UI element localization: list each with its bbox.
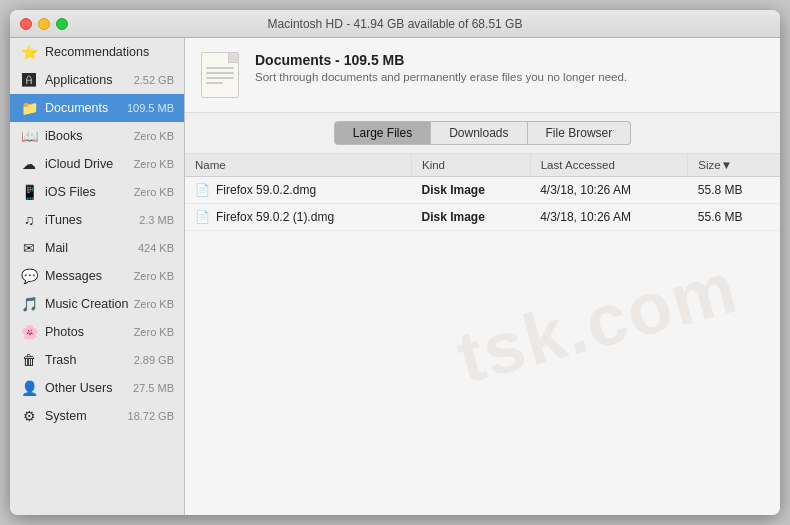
- sidebar-item-left: 👤 Other Users: [20, 379, 112, 397]
- sidebar-item-label: Music Creation: [45, 297, 128, 311]
- maximize-button[interactable]: [56, 18, 68, 30]
- file-table: NameKindLast AccessedSize▼ 📄Firefox 59.0…: [185, 154, 780, 515]
- file-size: 55.6 MB: [688, 204, 780, 231]
- sidebar-item-size: Zero KB: [134, 130, 174, 142]
- minimize-button[interactable]: [38, 18, 50, 30]
- content-header: Documents - 109.5 MB Sort through docume…: [185, 38, 780, 113]
- sidebar-item-size: 27.5 MB: [133, 382, 174, 394]
- tab-largefiles[interactable]: Large Files: [334, 121, 431, 145]
- file-size: 55.8 MB: [688, 177, 780, 204]
- file-icon: 📄: [195, 183, 210, 197]
- main-window: Macintosh HD - 41.94 GB available of 68.…: [10, 10, 780, 515]
- sidebar-item-size: 2.89 GB: [134, 354, 174, 366]
- close-button[interactable]: [20, 18, 32, 30]
- section-title: Documents - 109.5 MB: [255, 52, 627, 68]
- sidebar-item-size: Zero KB: [134, 270, 174, 282]
- sidebar-item-size: 2.3 MB: [139, 214, 174, 226]
- sidebar-item-mail[interactable]: ✉ Mail 424 KB: [10, 234, 184, 262]
- messages-icon: 💬: [20, 267, 38, 285]
- sidebar-item-iosfiles[interactable]: 📱 iOS Files Zero KB: [10, 178, 184, 206]
- sidebar-item-trash[interactable]: 🗑 Trash 2.89 GB: [10, 346, 184, 374]
- file-kind: Disk Image: [411, 177, 530, 204]
- content-area: Documents - 109.5 MB Sort through docume…: [185, 38, 780, 515]
- main-content: ⭐ Recommendations 🅰 Applications 2.52 GB…: [10, 38, 780, 515]
- sidebar-item-left: ☁ iCloud Drive: [20, 155, 113, 173]
- sidebar-item-label: iTunes: [45, 213, 82, 227]
- file-kind: Disk Image: [411, 204, 530, 231]
- sidebar-item-left: 🌸 Photos: [20, 323, 84, 341]
- documents-icon: 📁: [20, 99, 38, 117]
- sidebar-item-label: Recommendations: [45, 45, 149, 59]
- sidebar-item-size: 424 KB: [138, 242, 174, 254]
- file-name: Firefox 59.0.2.dmg: [216, 183, 316, 197]
- sidebar-item-messages[interactable]: 💬 Messages Zero KB: [10, 262, 184, 290]
- applications-icon: 🅰: [20, 71, 38, 89]
- sidebar-item-system[interactable]: ⚙ System 18.72 GB: [10, 402, 184, 430]
- sidebar-item-label: Mail: [45, 241, 68, 255]
- sidebar-item-left: 🎵 Music Creation: [20, 295, 128, 313]
- file-last-accessed: 4/3/18, 10:26 AM: [530, 177, 688, 204]
- icloudrive-icon: ☁: [20, 155, 38, 173]
- table-header-name[interactable]: Name: [185, 154, 411, 177]
- sidebar-item-icloudrive[interactable]: ☁ iCloud Drive Zero KB: [10, 150, 184, 178]
- document-icon: [201, 52, 243, 102]
- sidebar-item-size: 2.52 GB: [134, 74, 174, 86]
- tabs-row: Large FilesDownloadsFile Browser: [185, 113, 780, 154]
- recommendations-icon: ⭐: [20, 43, 38, 61]
- sidebar-item-label: Trash: [45, 353, 77, 367]
- sidebar-item-left: 📱 iOS Files: [20, 183, 96, 201]
- sidebar-item-label: System: [45, 409, 87, 423]
- sidebar-item-label: Documents: [45, 101, 108, 115]
- sidebar-item-recommendations[interactable]: ⭐ Recommendations: [10, 38, 184, 66]
- sidebar-item-size: Zero KB: [134, 326, 174, 338]
- tab-downloads[interactable]: Downloads: [431, 121, 527, 145]
- content-wrapper: Large FilesDownloadsFile Browser NameKin…: [185, 113, 780, 515]
- table-header-kind[interactable]: Kind: [411, 154, 530, 177]
- file-icon: 📄: [195, 210, 210, 224]
- sidebar-item-applications[interactable]: 🅰 Applications 2.52 GB: [10, 66, 184, 94]
- table-header-size[interactable]: Size▼: [688, 154, 780, 177]
- iosfiles-icon: 📱: [20, 183, 38, 201]
- sidebar-item-size: Zero KB: [134, 186, 174, 198]
- sidebar-item-musiccreation[interactable]: 🎵 Music Creation Zero KB: [10, 290, 184, 318]
- sidebar-item-left: ♫ iTunes: [20, 211, 82, 229]
- file-name: Firefox 59.0.2 (1).dmg: [216, 210, 334, 224]
- sidebar-item-left: 📁 Documents: [20, 99, 108, 117]
- sidebar-item-label: Messages: [45, 269, 102, 283]
- file-name-cell: 📄Firefox 59.0.2 (1).dmg: [185, 204, 411, 231]
- sidebar-item-left: ⭐ Recommendations: [20, 43, 149, 61]
- sidebar-item-left: 📖 iBooks: [20, 127, 83, 145]
- sidebar: ⭐ Recommendations 🅰 Applications 2.52 GB…: [10, 38, 185, 515]
- sidebar-item-label: iCloud Drive: [45, 157, 113, 171]
- table-row[interactable]: 📄Firefox 59.0.2 (1).dmgDisk Image4/3/18,…: [185, 204, 780, 231]
- musiccreation-icon: 🎵: [20, 295, 38, 313]
- tab-filebrowser[interactable]: File Browser: [528, 121, 632, 145]
- sidebar-item-label: Other Users: [45, 381, 112, 395]
- sidebar-item-photos[interactable]: 🌸 Photos Zero KB: [10, 318, 184, 346]
- sidebar-item-left: ✉ Mail: [20, 239, 68, 257]
- titlebar-title: Macintosh HD - 41.94 GB available of 68.…: [268, 17, 523, 31]
- table-header-lastaccessed[interactable]: Last Accessed: [530, 154, 688, 177]
- sidebar-item-size: Zero KB: [134, 158, 174, 170]
- files-table: NameKindLast AccessedSize▼ 📄Firefox 59.0…: [185, 154, 780, 231]
- otherusers-icon: 👤: [20, 379, 38, 397]
- traffic-lights: [20, 18, 68, 30]
- itunes-icon: ♫: [20, 211, 38, 229]
- sidebar-item-ibooks[interactable]: 📖 iBooks Zero KB: [10, 122, 184, 150]
- sidebar-item-label: iOS Files: [45, 185, 96, 199]
- sidebar-item-label: iBooks: [45, 129, 83, 143]
- header-info: Documents - 109.5 MB Sort through docume…: [255, 52, 627, 83]
- titlebar: Macintosh HD - 41.94 GB available of 68.…: [10, 10, 780, 38]
- photos-icon: 🌸: [20, 323, 38, 341]
- sidebar-item-otherusers[interactable]: 👤 Other Users 27.5 MB: [10, 374, 184, 402]
- sidebar-item-left: ⚙ System: [20, 407, 87, 425]
- ibooks-icon: 📖: [20, 127, 38, 145]
- table-row[interactable]: 📄Firefox 59.0.2.dmgDisk Image4/3/18, 10:…: [185, 177, 780, 204]
- sidebar-item-itunes[interactable]: ♫ iTunes 2.3 MB: [10, 206, 184, 234]
- sidebar-item-size: Zero KB: [134, 298, 174, 310]
- sidebar-item-size: 109.5 MB: [127, 102, 174, 114]
- section-description: Sort through documents and permanently e…: [255, 71, 627, 83]
- sidebar-item-documents[interactable]: 📁 Documents 109.5 MB: [10, 94, 184, 122]
- sidebar-item-left: 🅰 Applications: [20, 71, 112, 89]
- sidebar-item-left: 🗑 Trash: [20, 351, 77, 369]
